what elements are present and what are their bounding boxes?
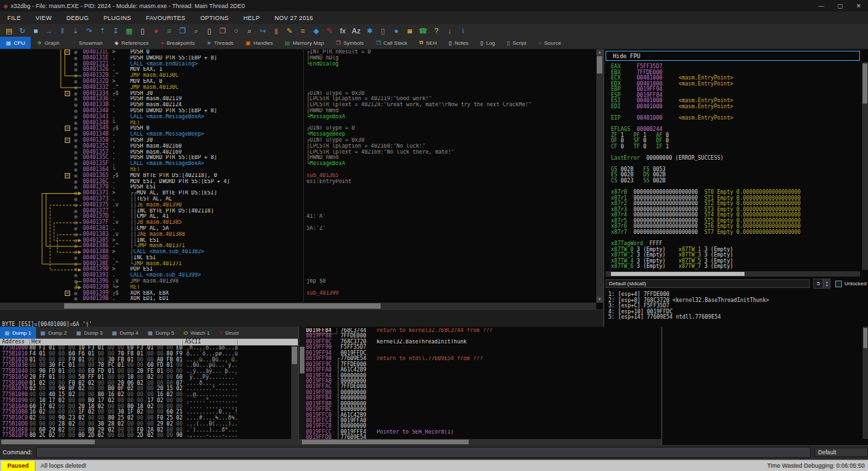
tab-dump-2[interactable]: ▦Dump 2 [36,327,72,339]
pause-button[interactable]: ‖ [56,25,69,36]
info-button[interactable]: i [457,25,469,36]
help-button[interactable]: ? [430,25,443,36]
fold-toggle-icon[interactable]: − [65,126,70,131]
fx-button[interactable]: fx [337,25,349,36]
argument-count-stepper[interactable]: ▲▼ [823,279,831,289]
breakpoint-dot[interactable] [74,156,77,160]
scroll-handle[interactable] [302,440,469,444]
register-line[interactable]: EDI 00401000 <masm.EntryPoint> [611,104,861,110]
breakpoint-dot[interactable] [74,192,77,195]
scroll-up-icon[interactable]: ▲ [596,49,603,55]
breakpoint-dot[interactable] [74,162,77,166]
disassembly-hscrollbar[interactable] [0,303,596,309]
register-line[interactable]: LastError 00000000 (ERROR_SUCCESS) [611,156,861,162]
tab-seh[interactable]: ⧉SEH [413,37,443,49]
source-button[interactable]: ○ [230,25,242,36]
patches-button[interactable]: ≡ [296,25,309,36]
disasm-row[interactable]: 0040139B.XOR EDI, EDI [0,296,596,302]
menu-options[interactable]: OPTIONS [193,15,236,21]
breakpoint-dot[interactable] [74,98,77,101]
patch-button[interactable]: ✎ [283,25,296,36]
tab-source[interactable]: ○Source [532,37,567,49]
close-button[interactable]: ✕ [849,3,868,9]
log-window-button[interactable]: ▯ [136,25,149,36]
run-to-user-code-button[interactable]: ↧ [110,25,122,36]
breakpoint-dot[interactable] [74,57,77,60]
annotate-button[interactable]: ✎ [323,25,336,36]
step-out-button[interactable]: ⇡ [96,25,109,36]
breakpoint-dot[interactable] [74,263,77,266]
breakpoint-dot[interactable] [74,145,77,148]
breakpoint-dot[interactable] [74,186,77,189]
disassembly-vscrollbar[interactable]: ▲ ▼ [596,49,603,303]
fold-toggle-icon[interactable]: − [65,49,70,55]
scroll-handle[interactable] [863,63,867,104]
calling-convention-select[interactable]: Default (stdcall) [606,279,810,288]
tab-handles[interactable]: ▣Handles [240,37,279,49]
fold-toggle-icon[interactable]: − [65,138,70,143]
breakpoint-dot[interactable] [74,297,77,301]
registers-hscrollbar[interactable] [606,271,860,277]
stack-hscrollbar[interactable] [299,439,661,445]
threads-button[interactable]: ↪ [256,25,269,36]
breakpoint-dot[interactable] [74,227,77,230]
breakpoint-dot[interactable] [74,68,77,71]
script-button[interactable]: ▯ [203,25,216,36]
command-input[interactable] [36,447,811,458]
scroll-handle[interactable] [611,272,744,276]
register-line[interactable]: EIP 00401000 <masm.EntryPoint> [611,116,861,122]
settings-button[interactable]: ✱ [363,25,376,36]
compare-button[interactable]: ◆ [310,25,322,36]
menu-favourites[interactable]: FAVOURITES [139,15,193,21]
breakpoint-dot[interactable] [74,80,77,84]
memory-map-button[interactable]: ≡ [163,25,176,36]
breakpoint-dot[interactable] [74,51,77,54]
tab-dump-5[interactable]: ▦Dump 5 [143,327,179,339]
fold-toggle-icon[interactable]: − [65,91,70,96]
tab-snowman[interactable]: ☃Snowman [65,37,109,49]
tab-struct[interactable]: ?Struct [214,327,243,339]
tab-graph[interactable]: ❖Graph [31,37,65,49]
symbols-button[interactable]: ❐ [216,25,229,36]
stack-vscrollbar[interactable] [299,327,305,439]
fold-toggle-icon[interactable]: − [65,173,70,178]
seh-chain-button[interactable]: ⌕ [190,25,202,36]
tab-watch-1[interactable]: ʘWatch 1 [179,327,214,339]
breakpoint-dot[interactable] [74,116,77,119]
breakpoint-dot[interactable] [74,210,77,213]
breakpoint-dot[interactable] [74,74,77,77]
breakpoint-dot[interactable] [74,245,77,248]
tab-log[interactable]: ▯Log [475,37,501,49]
breakpoint-dot[interactable] [74,86,77,90]
breakpoint-dot[interactable] [74,174,77,178]
breakpoint-dot[interactable] [74,133,77,136]
bulb-button[interactable]: ● [390,25,403,36]
run-button[interactable]: → [43,25,55,36]
call-button[interactable]: ☎ [417,25,429,36]
breakpoint-dot[interactable] [74,268,77,271]
breakpoint-dot[interactable] [74,139,77,142]
menu-view[interactable]: VIEW [28,15,59,21]
dump-vscrollbar[interactable] [291,345,298,439]
breakpoint-dot[interactable] [74,63,77,66]
register-line[interactable]: x87TW_6 3 (Empty) x87TW_7 3 (Empty) [611,264,861,270]
tab-dump-4[interactable]: ▦Dump 4 [107,327,144,339]
breakpoint-dot[interactable] [74,204,77,207]
breakpoint-dot[interactable] [74,274,77,277]
memory-grid-button[interactable]: ▦ [123,25,136,36]
menu-help[interactable]: HELP [236,15,268,21]
breakpoint-dot[interactable] [74,239,77,243]
register-line[interactable]: x87r7 00000000000000000000 ST7 Empty 0.0… [611,230,861,236]
font-button[interactable]: Az [350,25,363,36]
scroll-handle[interactable] [863,328,867,348]
tab-threads[interactable]: ➤Threads [201,37,240,49]
breakpoint-dot[interactable] [74,198,77,201]
breakpoint-dot[interactable] [74,257,77,260]
breakpoint-dot[interactable] [74,233,77,237]
tab-dump-1[interactable]: ▦Dump 1 [0,327,36,339]
tab-memory-map[interactable]: ▤Memory Map [279,37,330,49]
shield-button[interactable]: ◙ [403,25,416,36]
fold-toggle-icon[interactable]: − [65,291,70,296]
tab-cpu[interactable]: ▦CPU [0,37,31,49]
breakpoint-dot[interactable] [74,104,77,107]
